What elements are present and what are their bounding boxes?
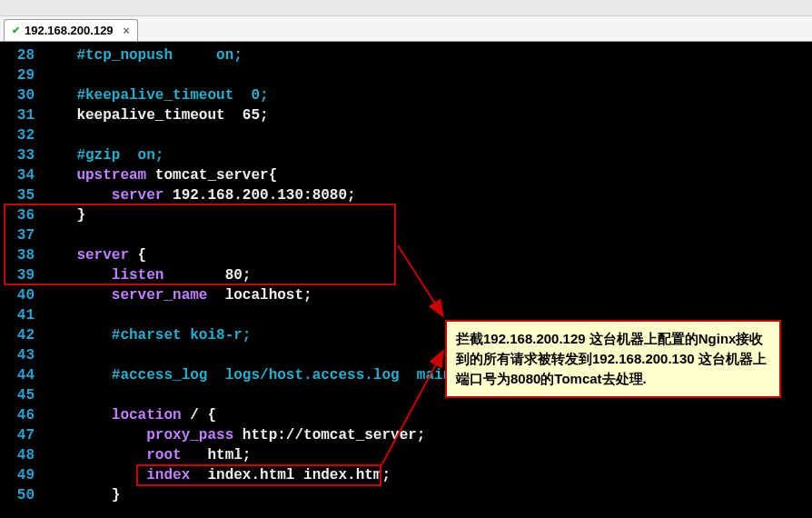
annotation-box: 拦截192.168.200.129 这台机器上配置的Nginx接收到的所有请求被… [445, 320, 781, 398]
code-line: root html; [42, 445, 812, 465]
code-line: } [42, 205, 812, 225]
code-editor[interactable]: 2829303132333435363738394041424344454647… [0, 42, 812, 518]
line-number: 35 [4, 185, 35, 205]
line-number: 33 [4, 145, 35, 165]
code-line: proxy_pass http://tomcat_server; [42, 425, 812, 445]
line-number: 43 [4, 345, 35, 365]
line-number: 36 [4, 205, 35, 225]
line-number: 44 [4, 365, 35, 385]
line-number: 32 [4, 125, 35, 145]
tab-bar: ✔ 192.168.200.129 × [0, 16, 812, 42]
code-line [42, 65, 812, 85]
tab-label: 192.168.200.129 [25, 24, 114, 37]
code-line: } [42, 485, 812, 505]
line-gutter: 2829303132333435363738394041424344454647… [0, 42, 42, 518]
code-line [42, 125, 812, 145]
check-icon: ✔ [12, 25, 20, 36]
line-number: 45 [4, 385, 35, 405]
line-number: 39 [4, 265, 35, 285]
line-number: 31 [4, 105, 35, 125]
code-line: #keepalive_timeout 0; [42, 85, 812, 105]
line-number: 40 [4, 285, 35, 305]
toolbar [0, 0, 812, 16]
line-number: 28 [4, 45, 35, 65]
code-line: server { [42, 245, 812, 265]
line-number: 42 [4, 325, 35, 345]
code-line: #tcp_nopush on; [42, 45, 812, 65]
code-line: index index.html index.htm; [42, 465, 812, 485]
close-icon[interactable]: × [124, 25, 130, 37]
code-line: location / { [42, 405, 812, 425]
line-number: 29 [4, 65, 35, 85]
line-number: 50 [4, 485, 35, 505]
code-line: #gzip on; [42, 145, 812, 165]
annotation-text: 拦截192.168.200.129 这台机器上配置的Nginx接收到的所有请求被… [456, 331, 767, 386]
code-line: keepalive_timeout 65; [42, 105, 812, 125]
line-number: 48 [4, 445, 35, 465]
line-number: 46 [4, 405, 35, 425]
code-area[interactable]: #tcp_nopush on; #keepalive_timeout 0; ke… [42, 42, 812, 518]
line-number: 41 [4, 305, 35, 325]
file-tab[interactable]: ✔ 192.168.200.129 × [4, 19, 138, 41]
code-line: server_name localhost; [42, 285, 812, 305]
code-line: upstream tomcat_server{ [42, 165, 812, 185]
line-number: 38 [4, 245, 35, 265]
code-line: server 192.168.200.130:8080; [42, 185, 812, 205]
line-number: 47 [4, 425, 35, 445]
line-number: 30 [4, 85, 35, 105]
code-line [42, 225, 812, 245]
line-number: 37 [4, 225, 35, 245]
line-number: 49 [4, 465, 35, 485]
line-number: 34 [4, 165, 35, 185]
code-line: listen 80; [42, 265, 812, 285]
